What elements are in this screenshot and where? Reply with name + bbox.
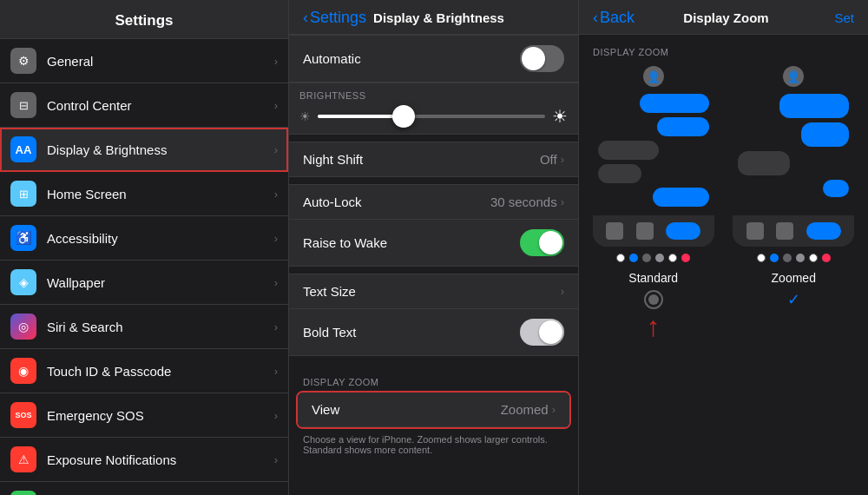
brightness-label: BRIGHTNESS <box>299 90 568 101</box>
hs-chevron: › <box>274 188 278 201</box>
wp-chevron: › <box>274 276 278 289</box>
settings-list: ⚙ General › ⊟ Control Center › AA Displa… <box>0 39 288 495</box>
bold-text-row: Bold Text <box>289 309 578 356</box>
back2-label: Back <box>600 9 635 27</box>
sidebar-item-wallpaper[interactable]: ◈ Wallpaper › <box>0 261 288 305</box>
msg-5 <box>653 188 709 207</box>
standard-toolbar <box>593 215 714 247</box>
sun-small-icon: ☀ <box>299 109 311 123</box>
display-zoom-row[interactable]: View Zoomed › <box>298 393 569 427</box>
zmsg-4 <box>823 180 849 197</box>
auto-lock-row[interactable]: Auto-Lock 30 seconds › <box>289 184 578 220</box>
dot-gray2 <box>655 254 664 262</box>
text-size-label: Text Size <box>303 284 561 299</box>
acc-chevron: › <box>274 232 278 245</box>
db-chevron: › <box>274 143 278 156</box>
display-brightness-title: Display & Brightness <box>373 10 504 25</box>
text-size-row[interactable]: Text Size › <box>289 274 578 309</box>
zoomed-preview: 👤 <box>733 64 854 247</box>
sidebar-item-exposure[interactable]: ⚠ Exposure Notifications › <box>0 438 288 482</box>
msg-4 <box>598 164 641 183</box>
sidebar-item-control-center[interactable]: ⊟ Control Center › <box>0 83 288 128</box>
sidebar-item-emergency-sos[interactable]: SOS Emergency SOS › <box>0 393 288 438</box>
sidebar-item-display-brightness[interactable]: AA Display & Brightness › <box>0 128 288 172</box>
settings-title: Settings <box>14 12 274 30</box>
standard-messages <box>593 89 714 215</box>
dot-gray1 <box>642 254 651 262</box>
red-arrow-icon: ↑ <box>647 313 661 340</box>
radio-inner <box>648 294 659 305</box>
back-to-display-button[interactable]: ‹ Back <box>593 9 657 27</box>
back-to-settings-button[interactable]: ‹ Settings <box>303 9 368 27</box>
zdot-gray1 <box>783 254 792 262</box>
sos-chevron: › <box>274 409 278 422</box>
dot-blue1 <box>629 254 638 262</box>
exposure-label: Exposure Notifications <box>47 452 274 467</box>
bt-knob <box>539 320 562 344</box>
set-button[interactable]: Set <box>790 10 854 25</box>
cc-chevron: › <box>274 99 278 112</box>
bold-text-label: Bold Text <box>303 325 520 340</box>
night-shift-label: Night Shift <box>303 152 540 167</box>
auto-lock-chevron: › <box>561 195 564 208</box>
display-zoom-panel: ‹ Back Display Zoom Set DISPLAY ZOOM 👤 <box>579 0 868 495</box>
display-zoom-header: ‹ Back Display Zoom Set <box>579 0 868 35</box>
separator-1 <box>289 135 578 142</box>
raise-to-wake-label: Raise to Wake <box>303 235 520 250</box>
display-zoom-value: Zoomed <box>501 402 549 417</box>
wallpaper-icon: ◈ <box>10 269 36 295</box>
zoomed-toolbar <box>733 215 854 247</box>
settings-header: Settings <box>0 0 288 39</box>
night-shift-chevron: › <box>561 153 564 166</box>
msg-with-emoji <box>598 188 709 207</box>
raise-to-wake-row: Raise to Wake <box>289 220 578 267</box>
zdot-gray2 <box>796 254 805 262</box>
separator-3 <box>289 267 578 274</box>
zoom-option-standard[interactable]: 👤 <box>588 64 720 340</box>
exp-chevron: › <box>274 453 278 466</box>
display-brightness-content: Automatic BRIGHTNESS ☀ ☀ Night Shift Off… <box>289 35 578 495</box>
back-chevron-icon: ‹ <box>303 9 308 27</box>
zmsg-3 <box>738 151 790 175</box>
standard-label: Standard <box>628 271 678 285</box>
back2-chevron-icon: ‹ <box>593 9 598 27</box>
general-chevron: › <box>274 55 278 68</box>
display-zoom-title: Display Zoom <box>662 10 791 25</box>
emergency-sos-icon: SOS <box>10 402 36 428</box>
sidebar-item-siri[interactable]: ◎ Siri & Search › <box>0 305 288 349</box>
display-brightness-label: Display & Brightness <box>47 142 274 157</box>
rtw-knob <box>539 231 562 254</box>
msg-3 <box>598 141 659 160</box>
raise-to-wake-toggle[interactable] <box>520 229 564 256</box>
zdot-pink <box>822 254 831 262</box>
zoomed-messages <box>733 89 854 215</box>
touch-id-label: Touch ID & Passcode <box>47 364 274 379</box>
night-shift-row[interactable]: Night Shift Off › <box>289 142 578 177</box>
emergency-sos-label: Emergency SOS <box>47 408 274 423</box>
night-shift-value: Off <box>540 152 557 167</box>
sidebar-item-battery[interactable]: ▮ Battery › <box>0 482 288 495</box>
zoomed-color-dots <box>757 247 831 266</box>
sidebar-item-general[interactable]: ⚙ General › <box>0 39 288 83</box>
standard-preview: 👤 <box>593 64 714 247</box>
dot-white <box>616 254 625 262</box>
display-zoom-box: View Zoomed › <box>296 391 571 429</box>
display-zoom-chevron: › <box>552 403 556 416</box>
sidebar-item-touch-id[interactable]: ◉ Touch ID & Passcode › <box>0 349 288 393</box>
separator-2 <box>289 177 578 184</box>
zmsg-1 <box>779 94 849 118</box>
brightness-row: ☀ ☀ <box>299 106 568 127</box>
standard-radio[interactable] <box>644 290 663 309</box>
brightness-fill <box>318 115 398 118</box>
toolbar-icon-3 <box>666 222 700 240</box>
zdot-white2 <box>809 254 818 262</box>
ztoolbar-icon-1 <box>746 222 764 240</box>
sidebar-item-accessibility[interactable]: ♿ Accessibility › <box>0 216 288 261</box>
sidebar-item-home-screen[interactable]: ⊞ Home Screen › <box>0 172 288 216</box>
auto-lock-value: 30 seconds <box>490 195 557 209</box>
general-icon: ⚙ <box>10 48 36 74</box>
automatic-toggle[interactable] <box>520 45 564 72</box>
brightness-slider[interactable] <box>318 115 545 118</box>
zoom-option-zoomed[interactable]: 👤 <box>728 64 860 340</box>
bold-text-toggle[interactable] <box>520 319 564 346</box>
